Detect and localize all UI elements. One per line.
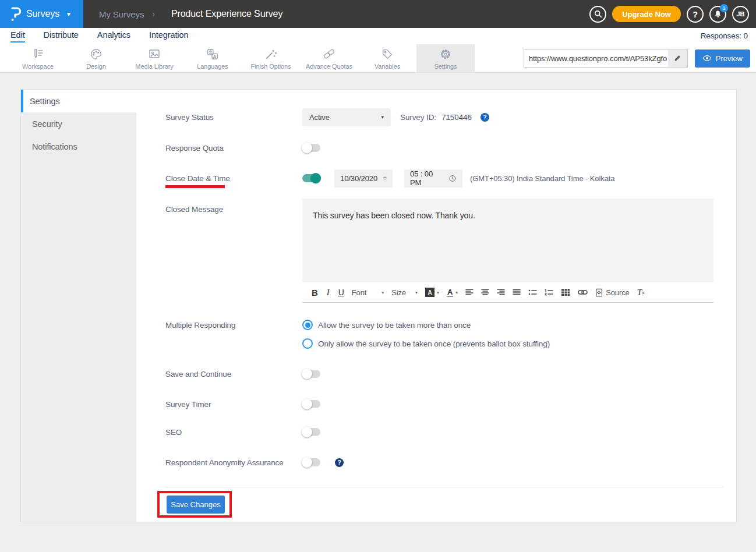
multiple-responding-label: Multiple Responding [165,318,302,330]
survey-status-row: Survey Status Active ▾ Survey ID: 715044… [165,108,489,126]
closed-message-row: Closed Message This survey has been clos… [165,199,713,303]
tab-edit[interactable]: Edit [10,30,25,43]
table-button[interactable] [561,288,570,296]
close-time-field[interactable]: 05 : 00 PM [404,169,462,187]
justify-button[interactable] [513,289,521,296]
closed-message-input[interactable]: This survey has been closed now. Thank y… [302,199,713,282]
product-name: Surveys [26,9,59,19]
background-color-button[interactable]: A ▾ [425,288,439,297]
save-and-continue-toggle[interactable] [302,370,320,378]
size-dropdown[interactable]: Size ▾ [391,288,418,297]
sidebar-item-settings[interactable]: Settings [21,90,136,112]
close-date-time-toggle[interactable] [302,174,320,182]
multiple-responding-options: Allow the survey to be taken more than o… [302,318,550,351]
seo-toggle[interactable] [302,428,320,436]
link-button[interactable] [578,289,588,296]
timezone-text: (GMT+05:30) India Standard Time - Kolkat… [470,174,614,183]
toolbar-item-advance-quotas[interactable]: Advance Quotas [300,44,358,72]
sidebar-item-security[interactable]: Security [21,112,136,135]
table-icon [561,288,570,296]
tab-analytics[interactable]: Analytics [97,30,130,43]
numbered-list-icon [545,289,553,296]
tag-icon [380,47,394,61]
close-date-time-label: Close Date & Time [165,174,302,183]
questionpro-logo-icon [9,6,21,22]
numbered-list-button[interactable] [545,289,553,296]
preview-button[interactable]: Preview [695,49,750,68]
link-icon [578,289,588,296]
response-quota-label: Response Quota [165,144,302,153]
toolbar-item-media-library[interactable]: Media Library [125,44,183,72]
underline-button[interactable]: U [338,288,344,297]
radio-allow-multiple[interactable]: Allow the survey to be taken more than o… [302,318,550,332]
rich-text-toolbar: B I U Font ▾ Size ▾ A ▾ A ▾ [302,282,713,303]
survey-link-group: https://www.questionpro.com/t/AP53kZgfo … [524,44,756,72]
save-and-continue-label: Save and Continue [165,370,302,378]
bold-button[interactable]: B [312,288,318,298]
closed-message-editor: This survey has been closed now. Thank y… [302,199,713,303]
eye-icon [702,55,712,62]
notification-badge: 1 [720,4,728,12]
sidebar-item-notifications[interactable]: Notifications [21,135,136,158]
toolbar-item-finish-options[interactable]: Finish Options [242,44,300,72]
search-button[interactable] [589,6,606,23]
radio-unselected-icon [302,338,313,349]
settings-panel: Settings Security Notifications Survey S… [20,89,737,522]
source-button[interactable]: Source [595,288,630,297]
respondent-anonymity-row: Respondent Anonymity Assurance ? [165,453,344,472]
survey-url-field[interactable]: https://www.questionpro.com/t/AP53kZgfo [524,49,688,68]
toolbar-item-variables[interactable]: Variables [358,44,416,72]
response-quota-row: Response Quota [165,139,320,157]
avatar[interactable]: JB [732,6,749,23]
align-left-button[interactable] [465,289,474,296]
upgrade-now-button[interactable]: Upgrade Now [612,6,681,22]
close-date-field[interactable]: 10/30/2020 [334,169,393,187]
radio-allow-once[interactable]: Only allow the survey to be taken once (… [302,337,550,351]
chain-links-icon [322,47,336,61]
section-tabs: Edit Distribute Analytics Integration Re… [0,28,756,44]
font-dropdown[interactable]: Font ▾ [352,288,384,297]
product-switcher[interactable]: Surveys ▼ [0,0,83,28]
align-center-icon [481,289,489,296]
survey-status-select[interactable]: Active ▾ [302,108,391,126]
breadcrumb-my-surveys[interactable]: My Surveys [99,9,144,19]
help-button[interactable]: ? [687,6,704,23]
toolbar-item-settings[interactable]: Settings [416,44,475,72]
italic-button[interactable]: I [326,288,331,298]
text-color-button[interactable]: A ▾ [447,288,458,297]
save-changes-button[interactable]: Save Changes [167,496,225,514]
multiple-responding-row: Multiple Responding Allow the survey to … [165,318,550,351]
magic-wand-icon [264,47,278,61]
survey-timer-row: Survey Timer [165,395,320,413]
survey-timer-toggle[interactable] [302,400,320,408]
remove-format-button[interactable]: Tx [637,288,645,298]
toolbar-item-design[interactable]: Design [67,44,125,72]
chevron-down-icon: ▾ [437,290,439,295]
source-icon [595,288,603,297]
top-header: Surveys ▼ My Surveys › Product Experienc… [0,0,756,28]
chevron-down-icon: ▼ [66,11,72,17]
gear-icon [439,47,453,61]
survey-id-label: Survey ID: [400,113,436,122]
page-title: Product Experience Survey [171,9,282,19]
align-right-button[interactable] [497,289,505,296]
survey-id-help-icon[interactable]: ? [481,113,489,122]
toolbar-item-languages[interactable]: Languages [183,44,242,72]
tab-distribute[interactable]: Distribute [44,30,79,43]
respondent-anonymity-help-icon[interactable]: ? [335,458,344,467]
survey-timer-label: Survey Timer [165,400,302,409]
tab-integration[interactable]: Integration [149,30,188,43]
image-icon [147,47,161,61]
respondent-anonymity-toggle[interactable] [302,458,320,466]
chevron-down-icon: ▾ [455,290,458,295]
question-mark-icon: ? [693,9,698,19]
workspace-icon [31,47,45,61]
toolbar-item-workspace[interactable]: Workspace [9,44,67,72]
save-and-continue-row: Save and Continue [165,365,320,383]
align-center-button[interactable] [481,289,489,296]
notifications-button[interactable]: 1 [709,6,726,23]
bulleted-list-button[interactable] [528,289,537,296]
pencil-icon [673,54,681,62]
edit-url-button[interactable] [668,50,687,67]
response-quota-toggle[interactable] [302,144,320,152]
